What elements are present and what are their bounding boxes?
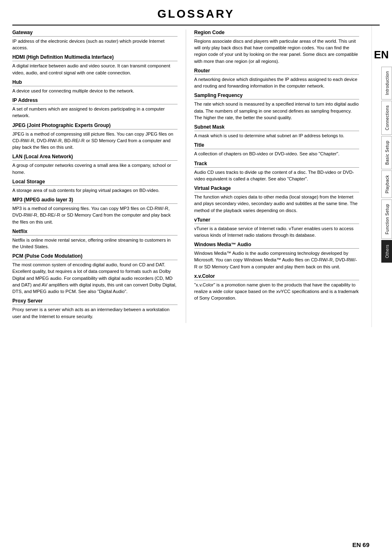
glossary-entry: x.v.Color"x.v.Color" is a promotion name… bbox=[194, 273, 360, 302]
sidebar-tab[interactable]: Basic Setup bbox=[381, 136, 392, 169]
glossary-entry: Sampling FrequencyThe rate which sound i… bbox=[194, 92, 360, 121]
glossary-term: Sampling Frequency bbox=[194, 92, 360, 99]
glossary-term: Gateway bbox=[12, 30, 178, 37]
glossary-entry: Proxy ServerProxy server is a server whi… bbox=[12, 298, 178, 319]
glossary-term: Proxy Server bbox=[12, 298, 178, 305]
glossary-definition: A group of computer networks covering a … bbox=[12, 162, 178, 175]
glossary-definition: "x.v.Color" is a promotion name given to… bbox=[194, 282, 360, 302]
glossary-definition: vTuner is a database service of Internet… bbox=[194, 225, 360, 238]
sidebar-tab[interactable]: Introduction bbox=[381, 67, 392, 99]
glossary-entry: PCM (Pulse Code Modulation)The most comm… bbox=[12, 253, 178, 295]
glossary-term: Region Code bbox=[194, 30, 360, 37]
glossary-definition: The function which copies data to other … bbox=[194, 194, 360, 214]
glossary-definition: A mask which is used to determine what s… bbox=[194, 132, 360, 139]
glossary-term: x.v.Color bbox=[194, 273, 360, 280]
glossary-definition: Windows Media™ Audio is the audio compre… bbox=[194, 250, 360, 270]
glossary-definition: The most common system of encoding digit… bbox=[12, 261, 178, 295]
glossary-definition: JPEG is a method of compressing still pi… bbox=[12, 131, 178, 151]
glossary-entry: TrackAudio CD uses tracks to divide up t… bbox=[194, 161, 360, 182]
glossary-definition: Netflix is online movie rental service, … bbox=[12, 237, 178, 250]
glossary-entry: Subnet MaskA mask which is used to deter… bbox=[194, 124, 360, 139]
glossary-entry: MP3 (MPEG audio layer 3)MP3 is a method … bbox=[12, 197, 178, 225]
glossary-term: Router bbox=[194, 68, 360, 75]
glossary-definition: A storage area of sub contents for playi… bbox=[12, 187, 178, 194]
glossary-term: IP Address bbox=[12, 97, 178, 104]
page-title: GLOSSARY bbox=[12, 7, 380, 21]
glossary-term: Track bbox=[194, 161, 360, 168]
right-column: Region CodeRegions associate discs and p… bbox=[186, 30, 360, 323]
glossary-definition: A collection of chapters on BD-video or … bbox=[194, 150, 360, 157]
glossary-definition: MP3 is a method of compressing files. Yo… bbox=[12, 205, 178, 225]
glossary-entry: RouterA networking device which distingu… bbox=[194, 68, 360, 89]
glossary-term: Virtual Package bbox=[194, 185, 360, 192]
sidebar-tab[interactable]: Connections bbox=[381, 101, 392, 135]
glossary-term: vTuner bbox=[194, 217, 360, 224]
footer-en: EN bbox=[352, 541, 361, 548]
left-column: GatewayIP address of the electronic devi… bbox=[12, 30, 186, 323]
glossary-entry: vTunervTuner is a database service of In… bbox=[194, 217, 360, 238]
page: GLOSSARY GatewayIP address of the electr… bbox=[0, 0, 392, 554]
glossary-definition: A networking device which distinguishes … bbox=[194, 76, 360, 89]
glossary-term: Local Storage bbox=[12, 179, 178, 186]
page-footer: EN 69 bbox=[352, 541, 369, 548]
glossary-entry: NetflixNetflix is online movie rental se… bbox=[12, 229, 178, 250]
glossary-entry: LAN (Local Area Network)A group of compu… bbox=[12, 154, 178, 175]
main-content: GatewayIP address of the electronic devi… bbox=[0, 25, 371, 327]
glossary-entry: Windows Media™ AudioWindows Media™ Audio… bbox=[194, 242, 360, 270]
glossary-entry: GatewayIP address of the electronic devi… bbox=[12, 30, 178, 51]
glossary-entry: Virtual PackageThe function which copies… bbox=[194, 185, 360, 214]
glossary-term: Hub bbox=[12, 79, 178, 86]
glossary-term: Windows Media™ Audio bbox=[194, 242, 360, 249]
sidebar-tab[interactable]: Playback bbox=[381, 171, 392, 198]
sidebar-tab[interactable]: Others bbox=[381, 240, 392, 263]
glossary-entry: Local StorageA storage area of sub conte… bbox=[12, 179, 178, 194]
glossary-definition: A device used for connecting multiple de… bbox=[12, 88, 178, 94]
footer-pagenum: 69 bbox=[362, 541, 369, 548]
glossary-entry: HubA device used for connecting multiple… bbox=[12, 79, 178, 94]
glossary-entry: Region CodeRegions associate discs and p… bbox=[194, 30, 360, 65]
glossary-definition: IP address of the electronic devices (su… bbox=[12, 38, 178, 51]
glossary-definition: A set of numbers which are assigned to d… bbox=[12, 106, 178, 119]
en-label: EN bbox=[374, 48, 389, 61]
glossary-entry: HDMI (High Definition Multimedia Interfa… bbox=[12, 54, 178, 76]
glossary-definition: Audio CD uses tracks to divide up the co… bbox=[194, 169, 360, 182]
glossary-definition: The rate which sound is measured by a sp… bbox=[194, 101, 360, 121]
glossary-term: JPEG (Joint Photographic Experts Group) bbox=[12, 122, 178, 129]
page-header: GLOSSARY bbox=[12, 0, 380, 25]
glossary-definition: Proxy server is a server which acts as a… bbox=[12, 306, 178, 319]
glossary-term: Title bbox=[194, 142, 360, 149]
glossary-term: Subnet Mask bbox=[194, 124, 360, 131]
glossary-term: Netflix bbox=[12, 229, 178, 235]
glossary-term: PCM (Pulse Code Modulation) bbox=[12, 253, 178, 260]
glossary-definition: A digital interface between audio and vi… bbox=[12, 62, 178, 76]
glossary-entry: TitleA collection of chapters on BD-vide… bbox=[194, 142, 360, 157]
glossary-entry: JPEG (Joint Photographic Experts Group)J… bbox=[12, 122, 178, 151]
glossary-term: HDMI (High Definition Multimedia Interfa… bbox=[12, 54, 178, 61]
glossary-term: MP3 (MPEG audio layer 3) bbox=[12, 197, 178, 204]
glossary-definition: Regions associate discs and players with… bbox=[194, 38, 360, 65]
sidebar-tab[interactable]: Function Setup bbox=[381, 199, 392, 239]
glossary-term: LAN (Local Area Network) bbox=[12, 154, 178, 161]
right-sidebar: EN IntroductionConnectionsBasic SetupPla… bbox=[371, 25, 392, 327]
glossary-entry: IP AddressA set of numbers which are ass… bbox=[12, 97, 178, 119]
